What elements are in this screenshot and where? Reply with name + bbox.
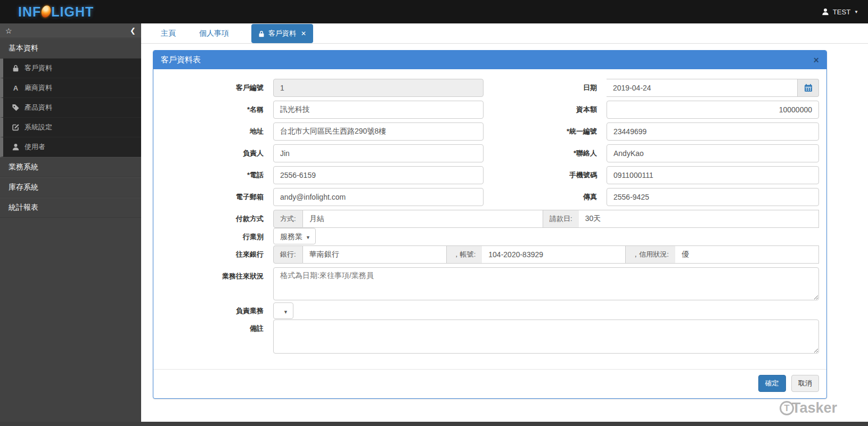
- owner-label: 負責人: [153, 149, 273, 158]
- form-row: 客戶編號 日期: [153, 79, 820, 97]
- tab-personal[interactable]: 個人事項: [198, 24, 230, 43]
- edit-icon: [12, 124, 20, 131]
- app-root: INFLIGHT TEST ▼ ☆ ❮ 基本資料 客戶資料 A 廠商資料 產: [0, 0, 868, 426]
- form-row: 付款方式 方式: 請款日:: [153, 210, 820, 228]
- name-field[interactable]: [273, 101, 484, 119]
- sidebar-toolbar: ☆ ❮: [0, 23, 141, 38]
- main-content: 主頁 個人事項 客戶資料 ✕ 客戶資料表 × 客戶編號: [141, 23, 868, 422]
- customer-id-label: 客戶編號: [153, 83, 273, 93]
- fax-field[interactable]: [607, 188, 819, 206]
- form-row: 行業別 服務業 ▼: [153, 232, 820, 242]
- sales-rep-select[interactable]: ▼: [273, 302, 293, 319]
- date-picker-button[interactable]: [798, 79, 819, 97]
- email-field-group: 電子郵箱: [153, 188, 487, 206]
- sidebar-item-label: 廠商資料: [24, 83, 52, 93]
- email-field[interactable]: [273, 188, 484, 206]
- name-field-group: *名稱: [153, 101, 487, 119]
- contact-field[interactable]: [607, 144, 819, 162]
- close-icon[interactable]: ×: [813, 56, 819, 64]
- industry-select[interactable]: 服務業 ▼: [273, 228, 316, 244]
- remark-field[interactable]: [273, 320, 819, 354]
- chevron-down-icon: ▼: [854, 10, 858, 14]
- sidebar-section-inventory-system[interactable]: 庫存系統: [0, 177, 141, 198]
- date-field-group: 日期: [487, 79, 820, 97]
- form-row: 地址 *統一編號: [153, 122, 820, 141]
- tax-id-field[interactable]: [607, 122, 819, 141]
- bank-field-group: 往來銀行 銀行: ，帳號: ，信用狀況:: [153, 245, 820, 264]
- payment-day-addon: 請款日:: [543, 210, 579, 228]
- tab-home[interactable]: 主頁: [160, 24, 177, 43]
- chevron-down-icon: ▼: [306, 235, 310, 240]
- tag-icon: [12, 104, 20, 111]
- lock-icon: [258, 30, 265, 37]
- user-menu[interactable]: TEST ▼: [822, 8, 858, 16]
- panel-title: 客戶資料表: [161, 55, 201, 65]
- address-field[interactable]: [273, 122, 484, 141]
- logo-text-inf: INF: [18, 4, 41, 20]
- bank-account-field[interactable]: [482, 245, 626, 264]
- phone-field-group: *電話: [153, 166, 487, 184]
- industry-selected-value: 服務業: [280, 232, 302, 241]
- sales-rep-field-group: 負責業務 ▼: [153, 306, 820, 316]
- business-status-label: 業務往來狀況: [153, 267, 273, 281]
- lock-icon: [12, 64, 20, 72]
- form-row: *名稱 資本額: [153, 101, 820, 119]
- user-name: TEST: [833, 8, 850, 16]
- infolight-logo[interactable]: INFLIGHT: [18, 4, 94, 20]
- address-label: 地址: [153, 127, 273, 136]
- form-row: 往來銀行 銀行: ，帳號: ，信用狀況:: [153, 245, 820, 264]
- favorite-star-icon[interactable]: ☆: [5, 27, 12, 35]
- mobile-field[interactable]: [607, 166, 819, 184]
- remark-label: 備註: [153, 320, 273, 333]
- bank-name-field[interactable]: [303, 245, 447, 264]
- name-label: *名稱: [153, 105, 273, 114]
- phone-label: *電話: [153, 170, 273, 180]
- remark-field-group: 備註: [153, 320, 820, 356]
- confirm-button[interactable]: 確定: [758, 375, 786, 392]
- customer-form-panel: 客戶資料表 × 客戶編號 日期: [153, 50, 827, 399]
- bank-label: 往來銀行: [153, 250, 273, 259]
- capital-label: 資本額: [487, 105, 607, 114]
- close-icon[interactable]: ✕: [301, 30, 306, 37]
- tax-id-label: *統一編號: [487, 127, 607, 136]
- contact-field-group: *聯絡人: [487, 144, 820, 162]
- mobile-field-group: 手機號碼: [487, 166, 820, 184]
- payment-day-field[interactable]: [579, 210, 819, 228]
- cancel-button[interactable]: 取消: [791, 375, 819, 392]
- payment-method-addon: 方式:: [273, 210, 303, 228]
- panel-body: 客戶編號 日期: [153, 69, 826, 365]
- sidebar-item-label: 客戶資料: [24, 63, 52, 73]
- sidebar-collapse-icon[interactable]: ❮: [130, 27, 136, 35]
- sidebar-section-statistics-reports[interactable]: 統計報表: [0, 198, 141, 218]
- panel-footer: 確定 取消: [153, 369, 826, 398]
- sidebar-section-sales-system[interactable]: 業務系統: [0, 157, 141, 177]
- fax-label: 傳真: [487, 192, 607, 202]
- letter-a-icon: A: [12, 84, 20, 92]
- business-status-field[interactable]: [273, 267, 819, 300]
- tab-customer-data[interactable]: 客戶資料 ✕: [251, 24, 313, 43]
- sidebar-section-basic-data[interactable]: 基本資料: [0, 38, 141, 59]
- bank-account-addon: ，帳號:: [447, 245, 482, 264]
- customer-id-field[interactable]: [273, 79, 484, 97]
- bank-name-addon: 銀行:: [273, 245, 303, 264]
- sales-rep-label: 負責業務: [153, 306, 273, 316]
- sidebar-item-users[interactable]: 使用者: [0, 137, 141, 157]
- bank-credit-field[interactable]: [675, 245, 819, 264]
- payment-method-field[interactable]: [303, 210, 543, 228]
- sidebar-item-product-data[interactable]: 產品資料: [0, 98, 141, 118]
- sidebar-item-system-settings[interactable]: 系統設定: [0, 118, 141, 137]
- capital-field[interactable]: [607, 101, 819, 119]
- date-field[interactable]: [607, 79, 798, 97]
- capital-field-group: 資本額: [487, 101, 820, 119]
- customer-id-field-group: 客戶編號: [153, 79, 487, 97]
- form-row: 負責業務 ▼: [153, 306, 820, 316]
- owner-field-group: 負責人: [153, 144, 487, 162]
- business-status-field-group: 業務往來狀況: [153, 267, 820, 302]
- industry-label: 行業別: [153, 232, 273, 242]
- mobile-label: 手機號碼: [487, 170, 607, 180]
- sidebar-item-customer-data[interactable]: 客戶資料: [0, 59, 141, 78]
- owner-field[interactable]: [273, 144, 484, 162]
- sidebar-item-vendor-data[interactable]: A 廠商資料: [0, 78, 141, 98]
- phone-field[interactable]: [273, 166, 484, 184]
- date-label: 日期: [487, 83, 607, 93]
